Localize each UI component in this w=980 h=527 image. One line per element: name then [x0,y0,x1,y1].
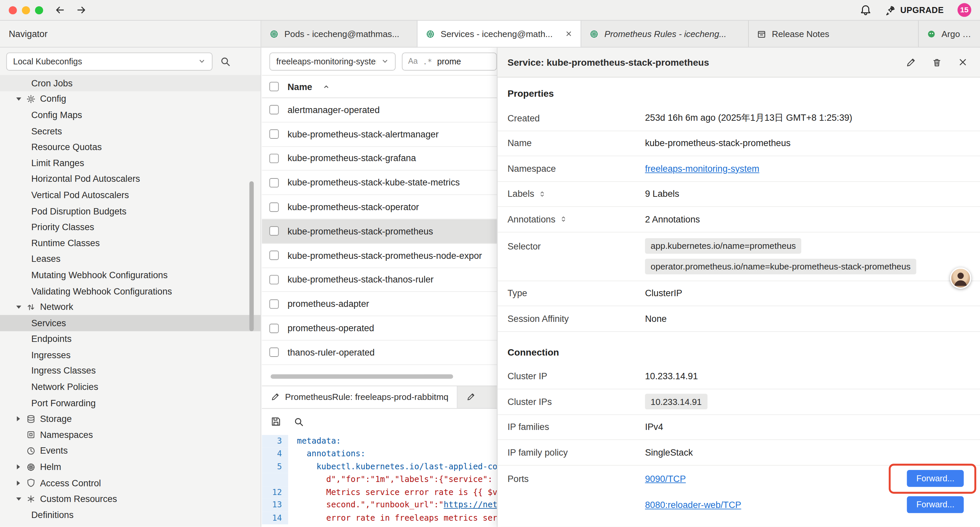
sidebar-item-ingresses[interactable]: Ingresses [0,347,261,363]
service-name: alertmanager-operated [288,105,380,115]
tab-release-notes[interactable]: Release Notes [749,21,919,47]
tab-close-icon[interactable] [565,30,573,37]
sidebar-item-leases[interactable]: Leases [0,251,261,267]
expand-collapse-icon[interactable] [539,190,546,198]
sidebar-item-network-policies[interactable]: Network Policies [0,379,261,395]
namespace-selector[interactable]: freeleaps-monitoring-system [269,52,396,70]
chevron-down-icon[interactable] [15,497,22,500]
prop-row-type: Type ClusterIP [497,281,980,306]
row-checkbox[interactable] [269,178,279,188]
sidebar-item-horizontal-pod-autoscalers[interactable]: Horizontal Pod Autoscalers [0,171,261,187]
sidebar-item-config[interactable]: Config [0,91,261,107]
editor-tab-prometheusrule[interactable]: PrometheusRule: freeleaps-prod-rabbitmq [262,386,458,408]
chevron-down-icon[interactable] [15,97,22,100]
user-avatar[interactable] [950,267,971,289]
sidebar-item-ingress-classes[interactable]: Ingress Classes [0,363,261,379]
sidebar-item-services[interactable]: Services [0,315,261,331]
notifications-bell-icon[interactable] [860,4,872,16]
chevron-right-icon[interactable] [15,464,22,469]
list-search-input[interactable]: Aa .* prome [402,52,497,70]
navigator-sidebar: Local Kubeconfigs Cron Jobs Config Confi… [0,47,261,527]
chevron-right-icon[interactable] [15,480,22,485]
back-button[interactable] [54,4,66,16]
forward-button[interactable]: Forward... [907,470,964,487]
sidebar-search-icon[interactable] [220,56,231,67]
namespace-link[interactable]: freeleaps-monitoring-system [645,164,759,174]
close-window-button[interactable] [9,6,17,14]
sidebar-item-secrets[interactable]: Secrets [0,123,261,139]
row-checkbox[interactable] [269,347,279,357]
kubeconfig-selector[interactable]: Local Kubeconfigs [6,52,213,70]
tab-pods[interactable]: Pods - icecheng@mathmas... [261,21,417,47]
row-checkbox[interactable] [269,202,279,212]
minimize-window-button[interactable] [22,6,30,14]
prop-value[interactable]: 9 Labels [645,189,679,199]
row-checkbox[interactable] [269,275,279,284]
row-checkbox[interactable] [269,226,279,236]
column-header-name[interactable]: Name [288,82,312,92]
sidebar-item-mutating-webhook-configurations[interactable]: Mutating Webhook Configurations [0,267,261,283]
sidebar-item-label: Cron Jobs [31,78,73,88]
sidebar-item-helm[interactable]: Helm [0,459,261,475]
sidebar-item-definitions[interactable]: Definitions [0,507,261,523]
sidebar-item-storage[interactable]: Storage [0,411,261,427]
sidebar-item-label: Custom Resources [40,494,117,504]
forward-button[interactable] [76,4,87,16]
row-checkbox[interactable] [269,129,279,139]
sort-ascending-icon[interactable] [322,83,329,90]
close-icon[interactable] [958,57,967,67]
sidebar-item-limit-ranges[interactable]: Limit Ranges [0,155,261,171]
sidebar-item-vertical-pod-autoscalers[interactable]: Vertical Pod Autoscalers [0,187,261,203]
row-checkbox[interactable] [269,154,279,163]
kubernetes-wheel-icon [589,29,599,38]
select-all-checkbox[interactable] [269,82,279,91]
delete-trash-icon[interactable] [932,57,942,67]
scrollbar-thumb[interactable] [270,374,453,379]
save-icon[interactable] [270,416,281,427]
maximize-window-button[interactable] [35,6,43,14]
row-checkbox[interactable] [269,323,279,333]
sidebar-item-resource-quotas[interactable]: Resource Quotas [0,139,261,155]
prop-row-name: Name kube-prometheus-stack-prometheus [497,131,980,156]
forward-button[interactable]: Forward... [907,496,964,513]
chevron-down-icon[interactable] [15,306,22,309]
sidebar-item-custom-resources[interactable]: Custom Resources [0,491,261,507]
tab-argo[interactable]: Argo Se [919,21,980,47]
sidebar-item-label: Runtime Classes [31,238,100,248]
tab-prometheus-rules[interactable]: Prometheus Rules - icecheng... [581,21,749,47]
editor-search-icon[interactable] [294,417,304,427]
sidebar-item-pod-disruption-budgets[interactable]: Pod Disruption Budgets [0,203,261,219]
tab-services[interactable]: Services - icecheng@math... [418,21,581,47]
upgrade-button[interactable]: UPGRADE [885,5,943,15]
sidebar-item-priority-classes[interactable]: Priority Classes [0,219,261,235]
regex-toggle[interactable]: .* [423,57,432,66]
sidebar-item-label: Leases [31,254,61,264]
sidebar-item-runtime-classes[interactable]: Runtime Classes [0,235,261,251]
sidebar-item-validating-webhook-configurations[interactable]: Validating Webhook Configurations [0,283,261,299]
sidebar-item-namespaces[interactable]: Namespaces [0,427,261,443]
sidebar-scrollbar[interactable] [250,181,254,331]
port-line: 8080:reloader-web/TCP Forward... [497,492,980,518]
match-case-toggle[interactable]: Aa [408,57,418,66]
sidebar-item-events[interactable]: Events [0,443,261,459]
port-link[interactable]: 9090/TCP [645,473,686,483]
sidebar-item-endpoints[interactable]: Endpoints [0,331,261,347]
editor-tab-partial[interactable] [458,386,484,408]
edit-pencil-icon[interactable] [905,57,916,67]
expand-collapse-icon[interactable] [560,215,567,223]
row-checkbox[interactable] [269,299,279,309]
chevron-right-icon[interactable] [15,416,22,421]
drawer-header: Service: kube-prometheus-stack-prometheu… [497,47,980,77]
sidebar-item-access-control[interactable]: Access Control [0,475,261,491]
sidebar-item-cron-jobs[interactable]: Cron Jobs [0,75,261,91]
row-checkbox[interactable] [269,251,279,260]
sidebar-item-config-maps[interactable]: Config Maps [0,107,261,123]
sidebar-item-label: Pod Disruption Budgets [31,206,126,216]
row-checkbox[interactable] [269,105,279,115]
prop-value[interactable]: 2 Annotations [645,214,700,224]
sidebar-item-port-forwarding[interactable]: Port Forwarding [0,395,261,411]
notification-count-badge[interactable]: 15 [958,3,971,17]
port-link[interactable]: 8080:reloader-web/TCP [645,500,741,509]
sidebar-item-network[interactable]: Network [0,299,261,315]
prop-value: None [645,314,667,323]
